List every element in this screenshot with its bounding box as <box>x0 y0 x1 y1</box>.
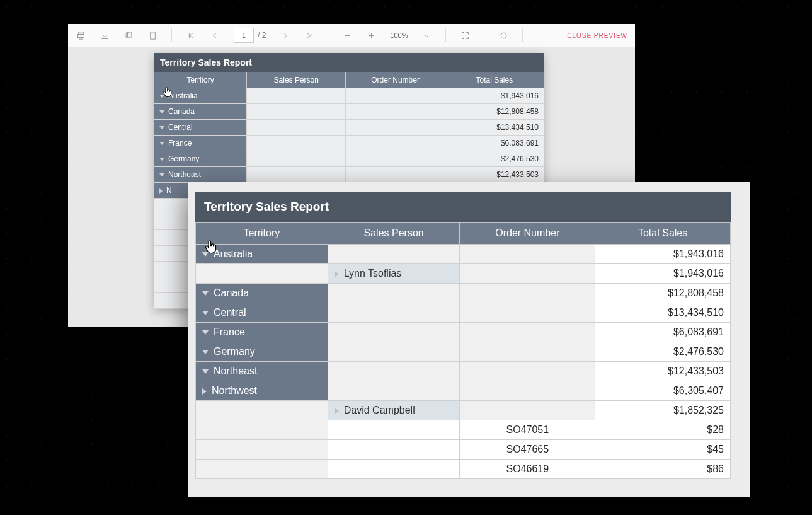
page-icon[interactable] <box>147 30 157 40</box>
territory-label: N <box>166 186 172 195</box>
total-cell: $12,808,458 <box>445 104 544 120</box>
col-order[interactable]: Order Number <box>346 72 445 88</box>
territory-label: Central <box>168 123 193 132</box>
col-territory[interactable]: Territory <box>196 223 328 245</box>
territory-label: Northeast <box>168 170 201 179</box>
expand-icon[interactable] <box>202 311 209 315</box>
table-row[interactable]: SO47665$45 <box>196 440 731 460</box>
territory-label: Australia <box>214 248 253 259</box>
total-cell: $86 <box>595 460 731 479</box>
territory-label: Northwest <box>212 385 257 396</box>
download-icon[interactable] <box>100 30 110 40</box>
total-cell: $1,943,016 <box>445 88 544 104</box>
expand-icon[interactable] <box>159 110 164 113</box>
toolbar-separator <box>522 28 523 42</box>
territory-label: France <box>168 139 192 148</box>
header-row: Territory Sales Person Order Number Tota… <box>196 223 731 245</box>
table-row[interactable]: France$6,083,691 <box>196 323 731 342</box>
close-preview-button[interactable]: CLOSE PREVIEW <box>567 32 627 39</box>
toolbar-separator <box>484 28 484 42</box>
print-icon[interactable] <box>76 30 86 40</box>
table-row[interactable]: Northwest$6,305,407 <box>196 381 731 401</box>
col-total[interactable]: Total Sales <box>595 223 731 245</box>
table-row[interactable]: Germany$2,476,530 <box>196 342 731 362</box>
table-row[interactable]: Canada$12,808,458 <box>154 104 544 120</box>
total-cell: $13,434,510 <box>445 120 544 136</box>
collapse-icon[interactable] <box>335 408 339 414</box>
expand-icon[interactable] <box>202 369 209 374</box>
territory-label: Central <box>214 307 246 318</box>
page-input[interactable] <box>234 28 254 43</box>
table-row[interactable]: Canada$12,808,458 <box>196 284 731 303</box>
table-row[interactable]: David Campbell$1,852,325 <box>196 401 731 420</box>
total-cell: $12,433,503 <box>445 167 544 183</box>
total-cell: $6,083,691 <box>445 136 544 151</box>
svg-rect-5 <box>150 32 155 38</box>
territory-label: Northeast <box>214 366 257 376</box>
table-row[interactable]: Lynn Tsoflias$1,943,016 <box>196 264 731 284</box>
expand-icon[interactable] <box>159 173 164 176</box>
table-row[interactable]: France$6,083,691 <box>154 136 544 151</box>
collapse-icon[interactable] <box>159 188 163 194</box>
col-territory[interactable]: Territory <box>154 72 247 88</box>
report-table-front: Territory Sales Person Order Number Tota… <box>195 222 731 479</box>
col-total[interactable]: Total Sales <box>445 72 544 88</box>
expand-icon[interactable] <box>202 291 209 296</box>
table-row[interactable]: Australia$1,943,016 <box>196 245 731 264</box>
person-label: David Campbell <box>344 405 415 415</box>
zoom-dropdown-icon[interactable] <box>421 30 432 40</box>
territory-label: Germany <box>168 154 199 163</box>
collapse-icon[interactable] <box>335 271 339 277</box>
prev-page-icon[interactable] <box>210 30 220 40</box>
expand-icon[interactable] <box>159 142 164 145</box>
next-page-icon[interactable] <box>280 30 290 40</box>
zoom-in-icon[interactable] <box>366 30 376 40</box>
total-cell: $13,434,510 <box>595 303 731 323</box>
total-cell: $28 <box>595 420 731 440</box>
table-row[interactable]: Germany$2,476,530 <box>154 151 544 167</box>
total-cell: $12,808,458 <box>595 284 731 303</box>
table-row[interactable]: Central$13,434,510 <box>196 303 731 323</box>
expand-icon[interactable] <box>159 126 164 129</box>
last-page-icon[interactable] <box>304 30 314 40</box>
copy-icon[interactable] <box>123 30 134 40</box>
total-cell: $2,476,530 <box>595 342 731 362</box>
table-row[interactable]: Australia$1,943,016 <box>154 88 544 104</box>
table-row[interactable]: Northeast$12,433,503 <box>154 167 544 183</box>
zoomed-panel: Territory Sales Report Territory Sales P… <box>188 182 750 497</box>
col-person[interactable]: Sales Person <box>328 223 460 245</box>
total-cell: $1,943,016 <box>595 264 731 284</box>
table-row[interactable]: Northeast$12,433,503 <box>196 362 731 381</box>
order-cell: SO47665 <box>460 440 595 460</box>
zoom-out-icon[interactable] <box>342 30 352 40</box>
total-cell: $6,305,407 <box>595 381 731 401</box>
total-cell: $1,943,016 <box>595 245 731 264</box>
expand-icon[interactable] <box>202 252 209 257</box>
report-title: Territory Sales Report <box>195 192 731 222</box>
expand-icon[interactable] <box>202 350 209 354</box>
toolbar-separator <box>328 28 328 42</box>
expand-icon[interactable] <box>202 330 209 335</box>
total-cell: $1,852,325 <box>595 401 731 420</box>
total-cell: $12,433,503 <box>595 362 731 381</box>
zoom-label: 100% <box>390 32 408 39</box>
collapse-icon[interactable] <box>202 388 207 395</box>
col-person[interactable]: Sales Person <box>247 72 346 88</box>
expand-icon[interactable] <box>159 95 164 98</box>
table-row[interactable]: SO47051$28 <box>196 420 731 440</box>
expand-icon[interactable] <box>159 158 164 161</box>
order-cell: SO47051 <box>460 420 595 440</box>
col-order[interactable]: Order Number <box>460 223 595 245</box>
svg-rect-0 <box>78 32 83 34</box>
svg-rect-2 <box>79 37 83 39</box>
header-row: Territory Sales Person Order Number Tota… <box>154 72 544 88</box>
order-cell: SO46619 <box>460 460 595 479</box>
territory-label: Australia <box>168 91 198 100</box>
person-label: Lynn Tsoflias <box>344 268 402 279</box>
refresh-icon[interactable] <box>498 30 508 40</box>
fullscreen-icon[interactable] <box>460 30 470 40</box>
table-row[interactable]: SO46619$86 <box>196 460 731 479</box>
toolbar-separator <box>445 28 446 42</box>
first-page-icon[interactable] <box>186 30 196 40</box>
table-row[interactable]: Central$13,434,510 <box>154 120 544 136</box>
